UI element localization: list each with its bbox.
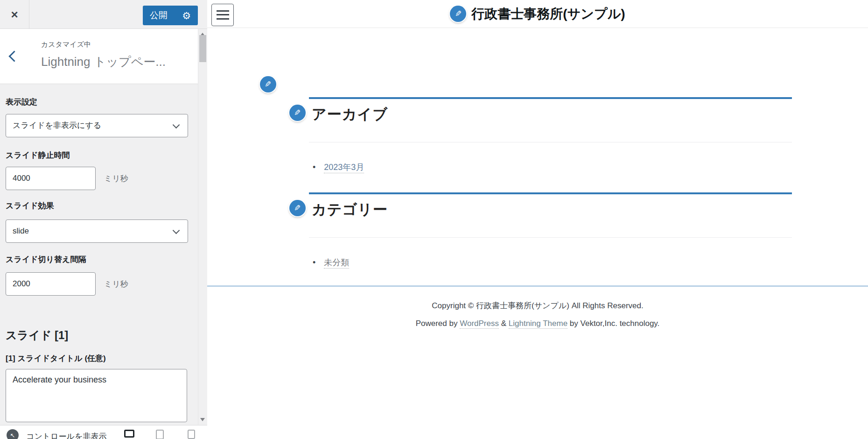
slide-pause-row: ミリ秒: [6, 167, 128, 190]
site-title: 行政書士事務所(サンプル): [471, 5, 625, 23]
slide-title-textarea[interactable]: Accelerate your business: [6, 369, 187, 422]
customizer-sidebar: × 公開 ⚙ カスタマイズ中 Lightning トップペー... 表示設定 ス…: [0, 0, 207, 439]
close-icon: ×: [11, 8, 18, 21]
display-setting-label: 表示設定: [6, 97, 37, 107]
panel-title: Lightning トップペー...: [41, 54, 190, 70]
publish-button[interactable]: 公開 ⚙: [143, 6, 198, 25]
slide-pause-unit: ミリ秒: [104, 173, 128, 184]
slide-interval-input[interactable]: [6, 272, 96, 296]
heading-divider: [309, 142, 792, 142]
customizer-topbar: × 公開 ⚙: [0, 0, 207, 29]
slide-interval-unit: ミリ秒: [104, 279, 128, 290]
sidebar-scrollbar[interactable]: [198, 29, 207, 425]
edit-category-widget-button[interactable]: ✎: [289, 200, 306, 216]
category-heading: カテゴリー: [312, 200, 388, 220]
powered-by-text: Powered by WordPress & Lightning Theme b…: [207, 319, 868, 328]
list-item: 未分類: [313, 257, 349, 268]
slide-pause-input[interactable]: [6, 167, 96, 190]
category-link[interactable]: 未分類: [324, 258, 349, 269]
slide-pause-label: スライド静止時間: [6, 150, 70, 161]
collapse-controls-button[interactable]: ↖: [7, 429, 19, 439]
site-header: ✎ 行政書士事務所(サンプル): [207, 0, 868, 28]
archive-widget: ✎ アーカイブ 2023年3月: [309, 97, 792, 191]
slide-effect-select[interactable]: slide: [6, 220, 188, 243]
archive-heading: アーカイブ: [312, 105, 388, 124]
menu-button[interactable]: [211, 4, 234, 26]
edit-archive-widget-button[interactable]: ✎: [289, 105, 306, 121]
publish-button-label: 公開: [150, 9, 168, 21]
archive-month-link[interactable]: 2023年3月: [324, 163, 364, 173]
hide-controls-label: コントロールを非表示: [26, 431, 106, 439]
edit-site-title-button[interactable]: ✎: [450, 6, 466, 22]
chevron-down-icon: [173, 121, 180, 129]
slides-section-heading: スライド [1]: [6, 328, 68, 343]
chevron-down-icon: [173, 227, 180, 234]
site-preview: ✎ 行政書士事務所(サンプル) ✎ ✎ アーカイブ 2023年3月: [207, 0, 868, 439]
pencil-icon: ✎: [294, 204, 301, 212]
customizer-panel-header: カスタマイズ中 Lightning トップペー...: [0, 29, 198, 84]
slide-interval-label: スライド切り替え間隔: [6, 254, 86, 265]
panel-header-text: カスタマイズ中 Lightning トップペー...: [41, 40, 190, 70]
scrollbar-thumb[interactable]: [199, 35, 206, 62]
preview-mobile-icon[interactable]: [188, 430, 195, 439]
pencil-icon: ✎: [265, 80, 271, 88]
pencil-icon: ✎: [294, 109, 301, 117]
wordpress-link[interactable]: WordPress: [460, 319, 499, 329]
copyright-text: Copyright © 行政書士事務所(サンプル) All Rights Res…: [207, 300, 868, 311]
site-footer: Copyright © 行政書士事務所(サンプル) All Rights Res…: [207, 286, 868, 328]
list-item: 2023年3月: [313, 162, 364, 173]
preview-desktop-icon[interactable]: [124, 430, 134, 438]
display-setting-value: スライドを非表示にする: [13, 114, 101, 137]
customizing-status-label: カスタマイズ中: [41, 40, 190, 49]
slide-interval-row: ミリ秒: [6, 272, 128, 296]
slide-effect-label: スライド効果: [6, 200, 54, 211]
pencil-icon: ✎: [455, 10, 462, 18]
wordpress-customizer: × 公開 ⚙ カスタマイズ中 Lightning トップペー... 表示設定 ス…: [0, 0, 868, 439]
chevron-left-icon: [8, 50, 20, 62]
edit-content-button[interactable]: ✎: [260, 76, 276, 92]
customizer-bottombar: ↖ コントロールを非表示: [0, 425, 207, 439]
site-title-row: ✎ 行政書士事務所(サンプル): [450, 5, 625, 23]
customizer-controls: 表示設定 スライドを非表示にする スライド静止時間 ミリ秒 スライド効果 sli…: [0, 84, 198, 425]
hamburger-icon: [217, 10, 229, 20]
powered-suffix: by Vektor,Inc. technology.: [570, 319, 659, 328]
lightning-theme-link[interactable]: Lightning Theme: [509, 319, 567, 329]
slide-effect-value: slide: [13, 220, 29, 242]
category-widget: ✎ カテゴリー 未分類: [309, 192, 792, 286]
powered-amp: &: [501, 319, 506, 328]
slide-title-label: [1] スライドタイトル (任意): [6, 353, 106, 364]
scroll-down-arrow-icon[interactable]: [200, 418, 205, 421]
collapse-arrow-icon: ↖: [10, 432, 15, 439]
close-customizer-button[interactable]: ×: [0, 0, 29, 28]
back-button[interactable]: [0, 29, 28, 84]
gear-icon[interactable]: ⚙: [182, 11, 191, 21]
heading-divider: [309, 237, 792, 238]
powered-prefix: Powered by: [416, 319, 458, 328]
preview-tablet-icon[interactable]: [156, 430, 164, 439]
display-setting-select[interactable]: スライドを非表示にする: [6, 114, 188, 137]
